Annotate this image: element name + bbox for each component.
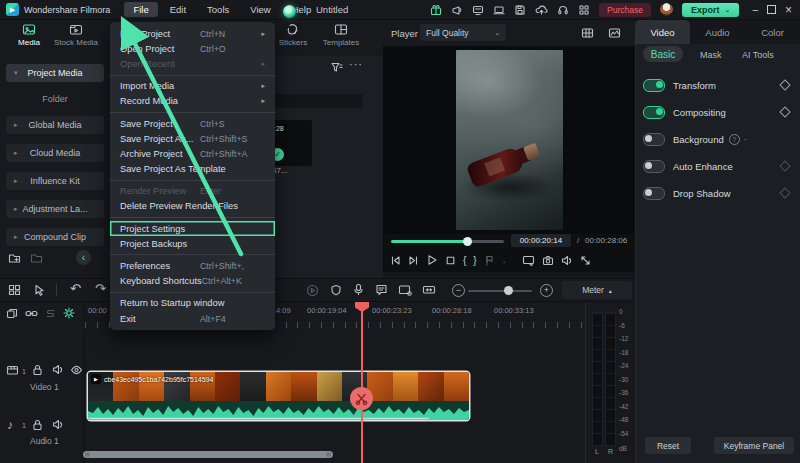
playback-progress-track[interactable] <box>468 240 504 243</box>
tab-color[interactable]: Color <box>745 20 800 44</box>
lock-icon[interactable] <box>32 419 43 431</box>
mute-track-icon[interactable] <box>52 364 64 375</box>
menu-tools[interactable]: Tools <box>198 2 238 17</box>
timeline-clip[interactable]: ▶ cbe43ec495c1ba742b95fc7514594 <box>88 372 469 420</box>
duplicate-icon[interactable] <box>6 308 18 319</box>
menu-item-save-project-as[interactable]: Save Project As...Ctrl+Shift+S <box>110 131 275 146</box>
close-button[interactable]: × <box>785 3 792 17</box>
tab-media[interactable]: Media <box>6 23 52 47</box>
fullscreen-icon[interactable] <box>580 255 591 266</box>
zoom-in-icon[interactable]: + <box>540 284 553 297</box>
voiceover-mic-icon[interactable] <box>353 283 364 296</box>
sidebar-item-influence-kit[interactable]: ▸ Influence Kit <box>6 172 104 190</box>
tab-stock-media[interactable]: Stock Media <box>50 23 102 47</box>
playhead-line[interactable] <box>361 302 363 463</box>
device-icon[interactable] <box>493 4 505 16</box>
transform-toggle[interactable] <box>643 79 665 92</box>
undo-icon[interactable]: ↶ <box>70 281 81 296</box>
gift-icon[interactable] <box>430 4 442 16</box>
marker-icon[interactable] <box>484 255 495 266</box>
menu-item-return-to-startup[interactable]: Return to Startup window <box>110 296 275 311</box>
drop-shadow-toggle[interactable] <box>643 187 665 200</box>
grid-overlay-icon[interactable] <box>581 27 594 39</box>
snapshot-icon[interactable] <box>542 255 554 266</box>
menu-item-new-project[interactable]: New ProjectCtrl+N▸ <box>110 26 275 41</box>
timeline-horizontal-scrollbar[interactable] <box>83 451 333 458</box>
play-icon[interactable] <box>426 254 438 266</box>
fit-timeline-icon[interactable] <box>422 284 436 296</box>
player-stage[interactable] <box>383 46 635 234</box>
stop-icon[interactable] <box>445 255 456 266</box>
collapse-sidebar-button[interactable]: ‹ <box>76 250 91 265</box>
scopes-icon[interactable] <box>608 27 621 39</box>
playback-progress-thumb[interactable] <box>463 237 472 246</box>
redo-icon[interactable]: ↷ <box>95 281 106 296</box>
menu-item-exit[interactable]: ExitAlt+F4 <box>110 311 275 326</box>
maximize-button[interactable] <box>767 5 776 14</box>
select-tool-icon[interactable] <box>33 284 46 296</box>
quality-dropdown[interactable]: Full Quality ⌄ <box>420 24 506 41</box>
playhead-handle[interactable] <box>355 302 369 312</box>
marker-chevron-icon[interactable]: ⌄ <box>502 257 507 264</box>
sidebar-item-adjustment-layer[interactable]: ▸ Adjustment La... <box>6 200 104 218</box>
track-manager-icon[interactable] <box>8 284 21 296</box>
timeline-zoom-thumb[interactable] <box>504 286 513 295</box>
menu-item-delete-preview-render-files[interactable]: Delete Preview Render Files <box>110 199 275 214</box>
keyframe-diamond-icon[interactable] <box>779 106 790 117</box>
render-play-icon[interactable] <box>306 284 319 297</box>
cloud-upload-icon[interactable] <box>535 4 548 16</box>
avatar[interactable] <box>660 3 673 16</box>
link-icon[interactable] <box>25 308 38 319</box>
compositing-toggle[interactable] <box>643 106 665 119</box>
menu-item-archive-project[interactable]: Archive ProjectCtrl+Shift+A <box>110 146 275 161</box>
sidebar-item-compound-clip[interactable]: ▸ Compound Clip <box>6 228 104 246</box>
mark-out-icon[interactable]: } <box>473 255 476 266</box>
megaphone-icon[interactable] <box>451 4 463 16</box>
meter-button[interactable]: Meter ▴ <box>562 281 632 299</box>
save-icon[interactable] <box>514 4 526 16</box>
tab-video[interactable]: Video <box>635 20 690 44</box>
previous-frame-icon[interactable] <box>390 255 401 266</box>
subtab-basic[interactable]: Basic <box>643 46 683 62</box>
tab-stickers[interactable]: Stickers <box>270 23 316 47</box>
sidebar-item-global-media[interactable]: ▸ Global Media <box>6 116 104 134</box>
keyframe-diamond-icon[interactable] <box>779 79 790 90</box>
split-scissors-button[interactable] <box>350 387 373 410</box>
tab-templates[interactable]: Templates <box>315 23 367 47</box>
menu-item-save-project[interactable]: Save ProjectCtrl+S <box>110 116 275 131</box>
mark-in-icon[interactable]: { <box>463 255 466 266</box>
lock-icon[interactable] <box>32 364 43 376</box>
mute-track-icon[interactable] <box>52 419 64 430</box>
sidebar-item-folder[interactable]: Folder <box>0 94 110 104</box>
playback-progress-played[interactable] <box>391 240 468 243</box>
timeline-zoom-slider[interactable] <box>468 290 532 292</box>
zoom-out-icon[interactable]: − <box>452 284 465 297</box>
auto-enhance-toggle[interactable] <box>643 160 665 173</box>
mirror-display-icon[interactable] <box>522 254 535 266</box>
screen-record-icon[interactable] <box>398 284 412 296</box>
menu-item-record-media[interactable]: Record Media▸ <box>110 94 275 109</box>
tab-audio-props[interactable]: Audio <box>690 20 745 44</box>
hide-track-eye-icon[interactable] <box>70 365 83 375</box>
background-toggle[interactable] <box>643 133 665 146</box>
next-frame-icon[interactable] <box>408 255 419 266</box>
volume-icon[interactable] <box>561 255 573 266</box>
reset-button[interactable]: Reset <box>645 437 691 454</box>
shield-icon[interactable] <box>330 284 342 296</box>
apps-grid-icon[interactable] <box>578 4 590 16</box>
menu-file[interactable]: File <box>124 2 157 17</box>
more-options-icon[interactable]: ··· <box>349 58 363 70</box>
help-icon[interactable]: ? <box>729 134 740 145</box>
export-button[interactable]: Export⌄ <box>682 3 739 17</box>
menu-view[interactable]: View <box>241 2 279 17</box>
filter-icon[interactable] <box>330 61 343 73</box>
route-icon[interactable] <box>45 308 57 319</box>
feedback-icon[interactable] <box>472 4 484 16</box>
menu-item-import-media[interactable]: Import Media▸ <box>110 79 275 94</box>
sidebar-item-cloud-media[interactable]: ▸ Cloud Media <box>6 144 104 162</box>
subtitle-notes-icon[interactable] <box>375 284 388 296</box>
menu-item-project-backups[interactable]: Project Backups <box>110 236 275 251</box>
ai-assistant-icon[interactable] <box>283 5 296 18</box>
menu-item-preferences[interactable]: PreferencesCtrl+Shift+, <box>110 258 275 273</box>
menu-item-open-project[interactable]: Open ProjectCtrl+O <box>110 41 275 56</box>
